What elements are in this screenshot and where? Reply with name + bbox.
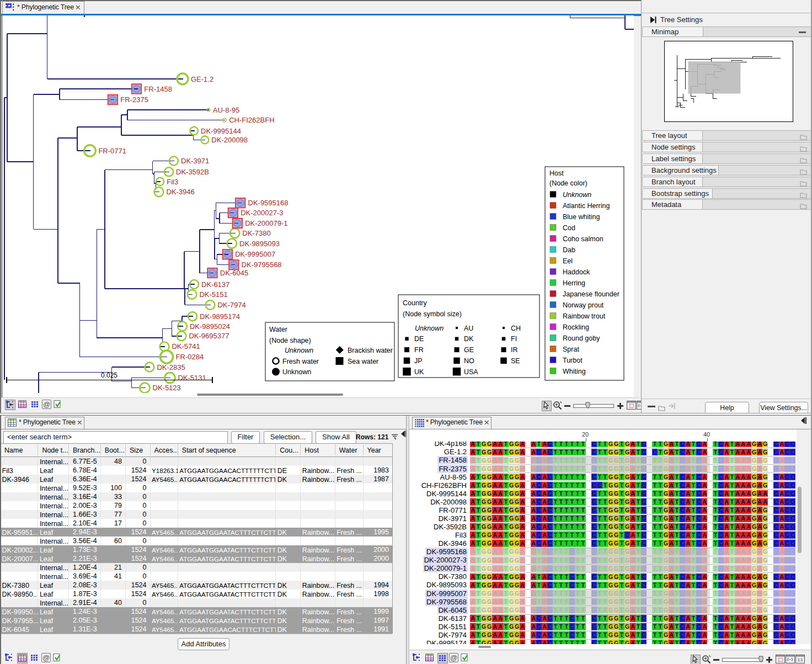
svg-text:Rainbow trout: Rainbow trout — [563, 312, 606, 320]
svg-text:DK-9795568: DK-9795568 — [242, 261, 282, 269]
svg-text:Host: Host — [549, 169, 564, 177]
svg-text:DK-200098: DK-200098 — [211, 136, 248, 144]
svg-text:DK-5151: DK-5151 — [199, 290, 227, 299]
svg-text:Eel: Eel — [563, 257, 573, 265]
svg-text:GE-1.2: GE-1.2 — [191, 75, 213, 83]
svg-text:Cod: Cod — [563, 224, 575, 232]
svg-text:(Node shape): (Node shape) — [269, 337, 311, 344]
svg-text:Unknown: Unknown — [415, 325, 444, 332]
svg-text:FI: FI — [511, 335, 517, 343]
svg-text:Norway prout: Norway prout — [563, 301, 604, 309]
svg-text:Herring: Herring — [563, 279, 585, 287]
svg-text:Rockling: Rockling — [563, 323, 589, 331]
svg-text:UK: UK — [414, 368, 424, 376]
svg-text:DK-9595168: DK-9595168 — [248, 199, 289, 207]
svg-text:AU-8-95: AU-8-95 — [213, 106, 239, 114]
svg-text:DK-200079-1: DK-200079-1 — [245, 219, 287, 227]
svg-text:DK-9995144: DK-9995144 — [201, 127, 241, 135]
svg-text:SE: SE — [511, 357, 520, 365]
svg-text:Sea water: Sea water — [348, 358, 378, 365]
svg-text:(Node color): (Node color) — [549, 179, 587, 187]
svg-text:FR-0284: FR-0284 — [176, 353, 204, 361]
svg-text:JP: JP — [414, 357, 423, 365]
svg-text:Dab: Dab — [563, 246, 575, 254]
svg-text:CH-FI262BFH: CH-FI262BFH — [229, 116, 274, 124]
svg-text:Whiting: Whiting — [563, 368, 586, 375]
svg-text:DK-9895093: DK-9895093 — [239, 240, 280, 248]
svg-text:Atlantic Herring: Atlantic Herring — [563, 202, 610, 210]
svg-text:DK-9695377: DK-9695377 — [189, 332, 229, 340]
svg-text:DK-9895174: DK-9895174 — [200, 312, 240, 321]
svg-text:DK-7380: DK-7380 — [242, 229, 270, 237]
svg-text:AU: AU — [464, 325, 473, 332]
svg-text:FR-1458: FR-1458 — [144, 85, 172, 93]
svg-text:Water: Water — [269, 326, 287, 333]
svg-text:DK-9895024: DK-9895024 — [190, 322, 230, 331]
svg-text:DK-7974: DK-7974 — [217, 301, 245, 309]
svg-text:Coho salmon: Coho salmon — [563, 235, 603, 243]
svg-text:DK-3946: DK-3946 — [166, 188, 194, 196]
svg-text:Sprat: Sprat — [563, 346, 579, 353]
svg-text:Japanese flounder: Japanese flounder — [563, 290, 619, 298]
svg-text:0.025: 0.025 — [101, 371, 117, 379]
svg-text:GE: GE — [464, 346, 474, 354]
svg-text:DK-3592B: DK-3592B — [176, 168, 209, 176]
svg-text:DK-5131: DK-5131 — [178, 374, 206, 382]
svg-text:FR-0771: FR-0771 — [98, 147, 126, 155]
svg-text:DK-5123: DK-5123 — [153, 384, 181, 392]
svg-text:Unknown: Unknown — [285, 347, 313, 354]
svg-text:DK: DK — [464, 335, 474, 343]
svg-text:Fil3: Fil3 — [167, 178, 178, 186]
svg-text:Round goby: Round goby — [563, 334, 600, 342]
svg-text:Turbot: Turbot — [563, 357, 583, 364]
svg-text:DK-6137: DK-6137 — [201, 280, 229, 289]
svg-text:(Node symbol size): (Node symbol size) — [403, 310, 462, 318]
svg-text:DK-9995007: DK-9995007 — [235, 250, 275, 258]
svg-text:Fresh water: Fresh water — [282, 358, 319, 365]
svg-text:Unknown: Unknown — [563, 191, 591, 199]
svg-text:Brackish water: Brackish water — [348, 347, 393, 354]
svg-text:DK-2835: DK-2835 — [157, 363, 185, 371]
svg-text:Haddock: Haddock — [563, 268, 590, 276]
svg-text:Blue whiting: Blue whiting — [563, 213, 600, 221]
svg-text:Unknown: Unknown — [282, 368, 311, 376]
svg-text:DK-200027-3: DK-200027-3 — [241, 209, 283, 217]
svg-text:Country: Country — [403, 299, 428, 307]
svg-text:USA: USA — [464, 368, 478, 376]
svg-text:DK-5741: DK-5741 — [172, 342, 200, 350]
svg-text:CH: CH — [511, 325, 521, 332]
svg-text:FR: FR — [414, 346, 424, 354]
svg-text:IR: IR — [511, 346, 518, 354]
svg-text:DE: DE — [414, 335, 424, 343]
svg-text:DK-6045: DK-6045 — [220, 269, 248, 277]
svg-text:NO: NO — [464, 357, 474, 365]
svg-text:FR-2375: FR-2375 — [120, 95, 148, 104]
svg-text:DK-3971: DK-3971 — [181, 157, 209, 165]
